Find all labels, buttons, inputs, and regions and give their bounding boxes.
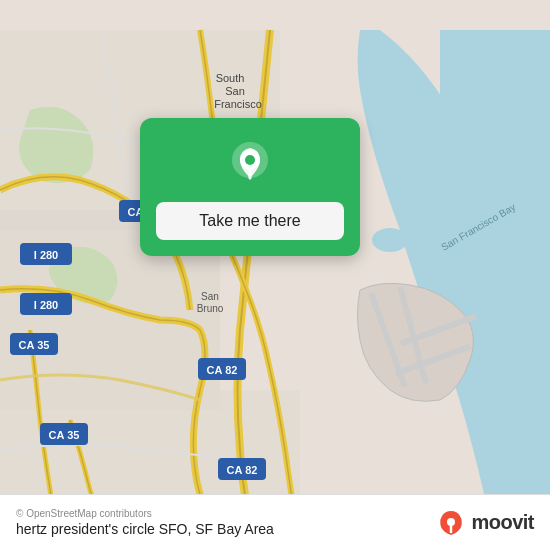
svg-text:CA 35: CA 35 [19, 339, 50, 351]
svg-text:CA 35: CA 35 [49, 429, 80, 441]
map-container: CA 82 I 280 I 280 CA 82 CA 82 CA 35 CA 3… [0, 0, 550, 550]
location-icon-wrapper [224, 138, 276, 190]
location-pin-icon [226, 140, 274, 188]
svg-text:San: San [201, 291, 219, 302]
svg-text:San: San [225, 85, 245, 97]
svg-text:Francisco: Francisco [214, 98, 262, 110]
map-background: CA 82 I 280 I 280 CA 82 CA 82 CA 35 CA 3… [0, 0, 550, 550]
map-attribution: © OpenStreetMap contributors [16, 508, 274, 519]
svg-text:Bruno: Bruno [197, 303, 224, 314]
svg-point-28 [372, 228, 408, 252]
bottom-bar: © OpenStreetMap contributors hertz presi… [0, 494, 550, 550]
moovit-logo: moovit [437, 509, 534, 537]
moovit-logo-icon [437, 509, 465, 537]
svg-text:South: South [216, 72, 245, 84]
svg-text:I 280: I 280 [34, 249, 58, 261]
take-me-there-button[interactable]: Take me there [156, 202, 344, 240]
bottom-left: © OpenStreetMap contributors hertz presi… [16, 508, 274, 537]
action-card: Take me there [140, 118, 360, 256]
svg-text:CA 82: CA 82 [227, 464, 258, 476]
svg-text:CA 82: CA 82 [207, 364, 238, 376]
location-title: hertz president's circle SFO, SF Bay Are… [16, 521, 274, 537]
svg-text:I 280: I 280 [34, 299, 58, 311]
svg-point-32 [245, 155, 255, 165]
moovit-brand-text: moovit [471, 511, 534, 534]
